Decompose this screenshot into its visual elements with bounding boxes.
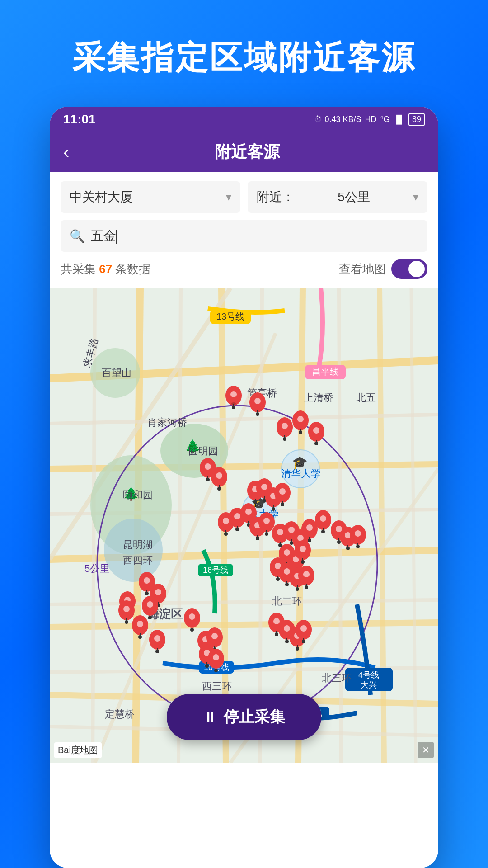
svg-point-194	[145, 592, 149, 595]
svg-point-70	[232, 406, 235, 409]
network-icon: ⁴G	[380, 114, 389, 124]
svg-point-80	[297, 416, 304, 422]
distance-value: 5公里	[338, 189, 370, 206]
svg-point-106	[272, 507, 275, 511]
distance-dropdown[interactable]: 附近： 5公里 ▾	[248, 181, 427, 213]
search-icon: 🔍	[70, 229, 85, 244]
data-count: 67	[99, 262, 112, 276]
svg-point-192	[144, 577, 150, 584]
svg-text:西四环: 西四环	[123, 555, 153, 566]
search-bar[interactable]: 🔍 五金	[61, 220, 427, 252]
svg-point-118	[235, 528, 239, 531]
svg-point-254	[155, 650, 159, 653]
svg-text:上清桥: 上清桥	[304, 392, 333, 403]
map-toggle-switch[interactable]	[391, 259, 427, 279]
svg-point-158	[346, 547, 350, 550]
back-button[interactable]: ‹	[63, 142, 69, 162]
svg-point-196	[155, 589, 161, 595]
svg-text:4号线: 4号线	[358, 670, 379, 679]
svg-point-216	[189, 613, 195, 620]
pause-icon: ⏸	[203, 709, 216, 725]
stats-row: 共采集 67 条数据 查看地图	[61, 259, 427, 279]
phone-frame: 11:01 ⏱ 0.43 KB/S HD ⁴G ▐▌ 89 ‹ 附近客源 中关村…	[50, 107, 438, 868]
svg-point-250	[302, 640, 305, 643]
svg-point-128	[263, 518, 270, 524]
location-value: 中关村大厦	[70, 189, 133, 206]
close-watermark-button[interactable]: ✕	[418, 742, 434, 758]
svg-text:昌平线: 昌平线	[312, 367, 339, 377]
svg-point-162	[356, 545, 360, 548]
svg-point-208	[123, 606, 130, 612]
svg-point-140	[297, 535, 304, 541]
svg-point-98	[253, 500, 257, 504]
svg-point-136	[288, 527, 295, 533]
svg-text:昆明湖: 昆明湖	[123, 539, 153, 550]
status-icons: ⏱ 0.43 KB/S HD ⁴G ▐▌ 89	[314, 113, 425, 126]
svg-point-25	[104, 519, 163, 582]
svg-text:肖家河桥: 肖家河桥	[147, 417, 187, 428]
stats-text: 共采集 67 条数据	[61, 261, 150, 277]
svg-point-180	[284, 568, 290, 575]
svg-point-110	[281, 503, 284, 506]
svg-point-90	[206, 478, 210, 481]
svg-point-224	[211, 633, 218, 639]
svg-point-130	[265, 532, 268, 536]
svg-point-186	[296, 587, 299, 591]
svg-text:16号线: 16号线	[203, 566, 228, 575]
svg-point-190	[305, 585, 308, 589]
svg-point-84	[313, 427, 319, 434]
svg-point-88	[205, 463, 211, 470]
svg-text:5公里: 5公里	[84, 563, 110, 574]
location-dropdown[interactable]: 中关村大厦 ▾	[61, 181, 240, 213]
page-title: 附近客源	[69, 141, 425, 163]
svg-line-19	[178, 288, 181, 763]
svg-point-82	[299, 430, 302, 434]
svg-text:颐和园: 颐和园	[123, 489, 153, 500]
hero-title: 采集指定区域附近客源	[45, 0, 443, 107]
svg-point-132	[277, 529, 283, 535]
svg-text:百望山: 百望山	[102, 367, 131, 378]
stop-label: 停止采集	[224, 707, 285, 727]
svg-point-67	[230, 391, 237, 397]
svg-point-112	[223, 518, 229, 524]
svg-point-146	[308, 539, 311, 542]
hd-badge: HD	[365, 115, 376, 124]
baidu-watermark: Bai度地图	[54, 742, 102, 758]
svg-point-236	[273, 618, 280, 624]
map-toggle-area[interactable]: 查看地图	[339, 259, 427, 279]
svg-point-120	[245, 509, 252, 515]
svg-point-86	[314, 442, 318, 445]
svg-point-234	[214, 669, 218, 672]
svg-text:北三环: 北三环	[322, 672, 352, 684]
svg-point-108	[279, 488, 286, 495]
svg-point-164	[284, 549, 290, 556]
map-svg: 13号线 昌平线 16号线 10号线 4号线 大兴 2号线 百望山 求丰路 肖家…	[50, 288, 438, 763]
battery-icon: 89	[408, 113, 425, 126]
svg-point-134	[278, 543, 282, 547]
status-bar: 11:01 ⏱ 0.43 KB/S HD ⁴G ▐▌ 89	[50, 107, 438, 132]
svg-point-246	[296, 647, 299, 651]
stop-collection-button[interactable]: ⏸ 停止采集	[167, 694, 321, 740]
location-arrow-icon: ▾	[226, 191, 231, 203]
svg-point-238	[275, 632, 278, 636]
svg-point-172	[300, 546, 306, 552]
svg-point-72	[254, 398, 261, 404]
svg-text:圆明园: 圆明园	[188, 445, 218, 457]
svg-point-200	[147, 601, 153, 608]
svg-point-154	[337, 540, 341, 544]
svg-point-252	[154, 635, 160, 642]
svg-point-148	[320, 515, 326, 522]
controls-area: 中关村大厦 ▾ 附近： 5公里 ▾ 🔍 五金 共采集 67 条数据 查看地图	[50, 172, 438, 288]
svg-text:13号线: 13号线	[216, 311, 244, 321]
svg-text:北二环: 北二环	[272, 595, 302, 607]
search-input[interactable]: 五金	[91, 227, 418, 245]
svg-point-248	[300, 625, 307, 632]
distance-label: 附近：	[257, 189, 295, 206]
svg-point-126	[256, 537, 259, 540]
svg-point-210	[125, 620, 128, 624]
svg-point-214	[138, 635, 142, 639]
map-view[interactable]: 13号线 昌平线 16号线 10号线 4号线 大兴 2号线 百望山 求丰路 肖家…	[50, 288, 438, 763]
svg-point-232	[213, 654, 219, 660]
svg-text:定慧桥: 定慧桥	[105, 708, 135, 720]
svg-point-182	[285, 583, 289, 586]
